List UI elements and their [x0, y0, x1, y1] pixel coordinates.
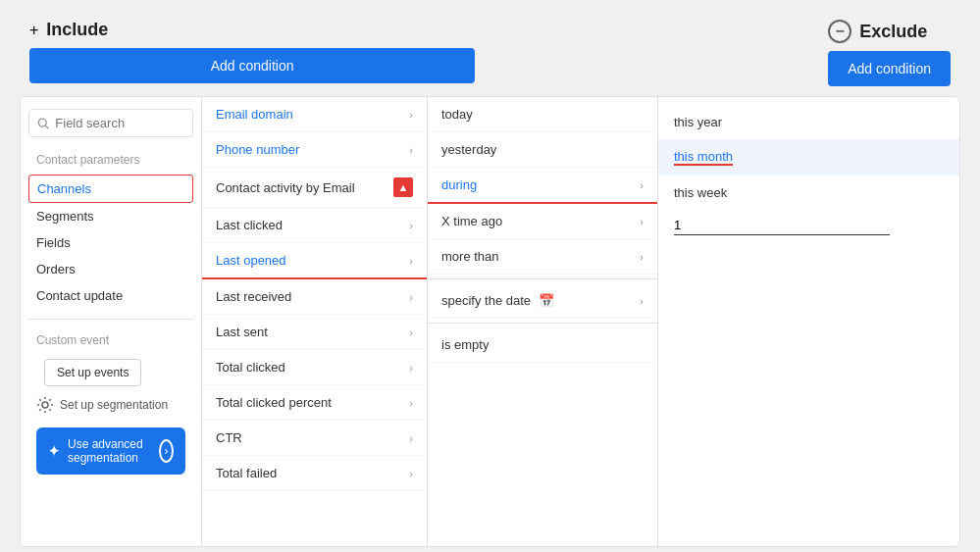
value-this-week[interactable]: this week [658, 176, 959, 210]
main-panel: Contact parameters Channels Segments Fie… [20, 96, 960, 547]
chevron-icon: › [409, 291, 413, 303]
date-separator [428, 278, 657, 279]
plus-icon: ✦ [48, 443, 60, 459]
field-total-failed[interactable]: Total failed › [202, 456, 427, 491]
exclude-title: Exclude [859, 22, 927, 42]
date-yesterday[interactable]: yesterday [428, 132, 657, 168]
field-phone-number[interactable]: Phone number › [202, 132, 427, 168]
chevron-icon: › [409, 255, 413, 267]
value-input-row [658, 210, 959, 241]
field-total-clicked-percent[interactable]: Total clicked percent › [202, 385, 427, 421]
search-icon [37, 117, 49, 130]
include-add-condition-button[interactable]: Add condition [29, 48, 475, 83]
field-ctr[interactable]: CTR › [202, 421, 427, 456]
error-icon: ▲ [393, 177, 413, 197]
field-email-domain[interactable]: Email domain › [202, 97, 427, 132]
chevron-icon: › [409, 397, 413, 409]
chevron-icon: › [409, 109, 413, 121]
value-this-year[interactable]: this year [658, 105, 959, 139]
chevron-icon: › [640, 179, 644, 191]
sidebar-item-orders[interactable]: Orders [28, 256, 193, 282]
field-last-received[interactable]: Last received › [202, 279, 427, 315]
chevron-icon: › [640, 216, 644, 227]
value-input[interactable] [674, 216, 890, 235]
custom-event-label: Custom event [28, 329, 193, 351]
date-more-than[interactable]: more than › [428, 239, 657, 275]
field-total-clicked[interactable]: Total clicked › [202, 350, 427, 385]
arrow-circle-icon: › [159, 439, 174, 463]
date-separator-2 [428, 323, 657, 324]
exclude-header: − Exclude [828, 20, 927, 43]
chevron-icon: › [409, 432, 413, 444]
search-box[interactable] [28, 109, 193, 137]
advanced-segmentation-button[interactable]: ✦ Use advanced segmentation › [36, 427, 185, 475]
date-column: today yesterday during › X time ago › mo… [428, 97, 658, 546]
chevron-icon: › [409, 468, 413, 479]
chevron-icon: › [409, 144, 413, 156]
setup-segmentation-row[interactable]: Set up segmentation [28, 390, 193, 420]
gear-icon [36, 396, 54, 414]
chevron-icon: › [409, 220, 413, 231]
calendar-icon: 📅 [539, 293, 554, 308]
search-input[interactable] [55, 116, 184, 130]
sidebar-divider [28, 319, 193, 320]
contact-params-label: Contact parameters [28, 149, 193, 171]
date-x-time-ago[interactable]: X time ago › [428, 204, 657, 239]
sidebar-item-fields[interactable]: Fields [28, 229, 193, 256]
field-contact-activity[interactable]: Contact activity by Email ▲ [202, 168, 427, 208]
exclude-icon: − [828, 20, 851, 43]
value-column: this year this month this week [658, 97, 959, 546]
setup-segmentation-label: Set up segmentation [60, 398, 168, 412]
include-title: Include [46, 20, 108, 40]
sidebar-item-channels[interactable]: Channels [28, 175, 193, 203]
chevron-icon: › [640, 295, 644, 307]
sidebar-item-contact-update[interactable]: Contact update [28, 282, 193, 309]
advanced-btn-text: Use advanced segmentation [68, 437, 151, 465]
chevron-icon: › [640, 251, 644, 263]
exclude-add-condition-button[interactable]: Add condition [828, 51, 951, 86]
sidebar: Contact parameters Channels Segments Fie… [21, 97, 202, 546]
setup-events-button[interactable]: Set up events [44, 359, 141, 386]
field-last-clicked[interactable]: Last clicked › [202, 208, 427, 243]
date-today[interactable]: today [428, 97, 657, 132]
date-specify[interactable]: specify the date 📅 › [428, 283, 657, 319]
include-header: + Include [29, 20, 475, 40]
chevron-icon: › [409, 362, 413, 374]
sidebar-item-segments[interactable]: Segments [28, 203, 193, 229]
include-icon: + [29, 22, 38, 39]
field-last-sent[interactable]: Last sent › [202, 315, 427, 350]
svg-point-2 [42, 402, 48, 408]
svg-point-0 [38, 119, 46, 126]
field-last-opened[interactable]: Last opened › [202, 243, 427, 279]
date-during[interactable]: during › [428, 168, 657, 204]
chevron-icon: › [409, 326, 413, 338]
svg-line-1 [45, 125, 48, 128]
date-is-empty[interactable]: is empty [428, 327, 657, 363]
value-this-month[interactable]: this month [658, 139, 959, 176]
fields-column: Email domain › Phone number › Contact ac… [202, 97, 428, 546]
